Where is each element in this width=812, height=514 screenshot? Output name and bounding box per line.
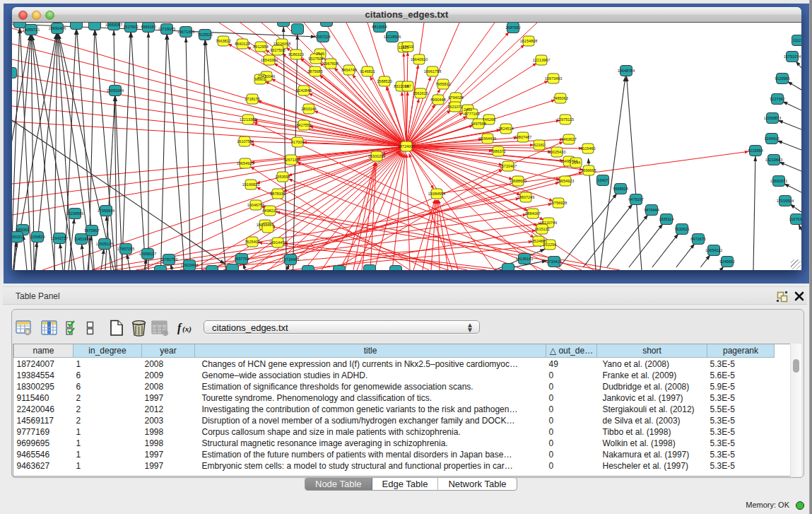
- svg-text:10046756: 10046756: [247, 203, 264, 207]
- svg-text:62160: 62160: [534, 143, 544, 147]
- svg-text:1145194: 1145194: [73, 237, 88, 241]
- svg-text:987: 987: [404, 84, 411, 88]
- svg-text:10719155: 10719155: [158, 27, 175, 31]
- svg-text:12213967: 12213967: [533, 58, 550, 62]
- svg-text:1167533: 1167533: [789, 217, 801, 221]
- svg-text:16210643: 16210643: [765, 158, 782, 162]
- svg-text:10688609: 10688609: [510, 179, 526, 183]
- svg-text:9474444: 9474444: [644, 208, 659, 212]
- svg-text:19654925: 19654925: [237, 161, 254, 165]
- svg-text:9777169: 9777169: [464, 112, 479, 116]
- svg-text:10653267: 10653267: [105, 23, 122, 27]
- svg-text:252294: 252294: [543, 243, 556, 247]
- svg-text:2687682: 2687682: [505, 25, 520, 30]
- svg-text:9115460: 9115460: [580, 146, 595, 151]
- svg-text:12942737: 12942737: [51, 236, 68, 240]
- svg-text:10807487: 10807487: [514, 135, 531, 139]
- svg-text:20691406: 20691406: [49, 26, 66, 30]
- svg-text:16120746: 16120746: [540, 221, 557, 225]
- svg-text:98901: 98901: [254, 77, 265, 81]
- svg-text:8427552: 8427552: [296, 123, 311, 127]
- svg-text:14055721: 14055721: [23, 28, 40, 32]
- svg-text:1562615: 1562615: [413, 91, 428, 95]
- svg-text:19654923: 19654923: [557, 179, 574, 183]
- svg-text:10958107: 10958107: [139, 252, 156, 256]
- svg-text:17359936: 17359936: [98, 209, 114, 213]
- svg-text:3824514: 3824514: [498, 127, 513, 131]
- svg-text:1733426: 1733426: [546, 259, 561, 264]
- svg-text:8471676: 8471676: [690, 237, 705, 241]
- svg-text:9327508: 9327508: [308, 57, 323, 61]
- svg-text:14136141: 14136141: [516, 257, 533, 261]
- svg-text:2544: 2544: [572, 160, 580, 165]
- svg-text:9227342: 9227342: [770, 97, 784, 101]
- svg-text:16033809: 16033809: [275, 23, 292, 23]
- svg-text:1610755: 1610755: [237, 139, 252, 144]
- svg-text:2803144: 2803144: [301, 107, 316, 111]
- svg-text:16961758: 16961758: [424, 69, 441, 74]
- svg-text:9146821: 9146821: [360, 69, 375, 74]
- svg-text:9129966: 9129966: [775, 76, 789, 81]
- svg-text:8912954: 8912954: [253, 45, 268, 49]
- svg-text:1621072: 1621072: [447, 105, 462, 109]
- svg-text:7986372: 7986372: [490, 149, 505, 153]
- svg-text:8215958: 8215958: [748, 148, 763, 153]
- svg-text:7357224: 7357224: [315, 35, 330, 39]
- svg-text:16407: 16407: [597, 178, 608, 182]
- svg-text:29053346: 29053346: [107, 88, 124, 93]
- svg-text:17957255: 17957255: [117, 247, 134, 251]
- svg-text:9245652: 9245652: [719, 259, 734, 264]
- svg-text:15419: 15419: [402, 45, 413, 49]
- svg-text:6497568: 6497568: [471, 122, 486, 126]
- svg-text:10973493: 10973493: [545, 76, 562, 81]
- svg-text:8498222: 8498222: [262, 209, 277, 213]
- svg-text:12923498: 12923498: [181, 263, 198, 267]
- svg-text:8454749: 8454749: [341, 68, 356, 72]
- svg-text:20206556: 20206556: [66, 211, 83, 216]
- svg-text:9975867: 9975867: [84, 228, 99, 233]
- svg-text:16782759: 16782759: [160, 257, 177, 262]
- svg-text:16543362: 16543362: [261, 58, 278, 62]
- svg-text:3875685: 3875685: [307, 69, 322, 74]
- svg-text:15692971: 15692971: [770, 179, 787, 183]
- svg-text:12213389: 12213389: [240, 117, 257, 122]
- svg-text:11121: 11121: [793, 38, 801, 42]
- svg-text:8878334: 8878334: [270, 192, 285, 196]
- svg-text:10654112: 10654112: [705, 248, 722, 252]
- svg-text:1156829: 1156829: [30, 235, 45, 239]
- svg-text:2546: 2546: [316, 52, 324, 56]
- svg-text:7515526: 7515526: [197, 33, 212, 37]
- svg-text:16640910: 16640910: [411, 57, 428, 62]
- svg-text:2967608: 2967608: [323, 62, 338, 66]
- svg-text:(x): (x): [182, 325, 192, 334]
- svg-text:15751074: 15751074: [784, 54, 801, 59]
- svg-text:6479197: 6479197: [628, 197, 643, 201]
- svg-text:12093873: 12093873: [764, 116, 781, 120]
- svg-text:5958928: 5958928: [613, 187, 628, 191]
- svg-text:6794028: 6794028: [448, 95, 463, 100]
- svg-text:1615132: 1615132: [534, 227, 549, 231]
- svg-text:7955812: 7955812: [435, 82, 450, 86]
- svg-text:2935114: 2935114: [659, 217, 673, 221]
- svg-text:18300295: 18300295: [368, 154, 385, 158]
- svg-text:19166825: 19166825: [242, 182, 259, 187]
- svg-text:18724007: 18724007: [398, 144, 415, 148]
- svg-text:8660124: 8660124: [235, 42, 249, 46]
- svg-text:7625402: 7625402: [245, 240, 259, 244]
- svg-text:1588520: 1588520: [377, 79, 392, 83]
- svg-text:12505135: 12505135: [96, 242, 113, 246]
- svg-text:7632621: 7632621: [674, 227, 689, 231]
- svg-text:18807249: 18807249: [517, 195, 534, 199]
- svg-text:8990448: 8990448: [430, 98, 445, 102]
- svg-text:13226058: 13226058: [273, 42, 290, 46]
- svg-text:7485063: 7485063: [553, 96, 567, 100]
- svg-text:15720407: 15720407: [500, 164, 517, 168]
- svg-text:9463627: 9463627: [561, 137, 576, 141]
- svg-text:20364436: 20364436: [479, 136, 496, 141]
- svg-text:10648784: 10648784: [618, 69, 635, 73]
- svg-text:19756928: 19756928: [550, 201, 567, 205]
- svg-text:8186323: 8186323: [288, 52, 303, 57]
- svg-text:417004: 417004: [291, 140, 304, 144]
- svg-text:10025433: 10025433: [548, 150, 565, 154]
- svg-text:9327503: 9327503: [270, 48, 285, 52]
